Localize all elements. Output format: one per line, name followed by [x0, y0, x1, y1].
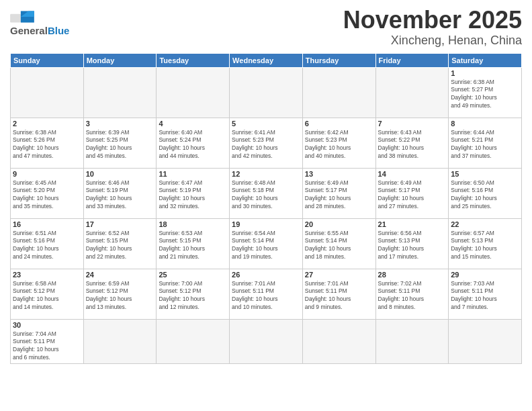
day-cell: 22Sunrise: 6:57 AM Sunset: 5:13 PM Dayli… — [449, 218, 522, 269]
week-row-6: 30Sunrise: 7:04 AM Sunset: 5:11 PM Dayli… — [11, 319, 522, 364]
day-cell — [11, 67, 84, 118]
day-info: Sunrise: 6:52 AM Sunset: 5:15 PM Dayligh… — [86, 230, 154, 262]
day-info: Sunrise: 6:54 AM Sunset: 5:14 PM Dayligh… — [232, 230, 300, 262]
week-row-4: 16Sunrise: 6:51 AM Sunset: 5:16 PM Dayli… — [11, 218, 522, 269]
day-info: Sunrise: 6:44 AM Sunset: 5:21 PM Dayligh… — [451, 129, 519, 161]
day-info: Sunrise: 6:42 AM Sunset: 5:23 PM Dayligh… — [305, 129, 373, 161]
day-number: 27 — [305, 271, 373, 279]
week-row-1: 1Sunrise: 6:38 AM Sunset: 5:27 PM Daylig… — [11, 67, 522, 118]
day-cell: 27Sunrise: 7:01 AM Sunset: 5:11 PM Dayli… — [302, 269, 375, 319]
day-info: Sunrise: 7:01 AM Sunset: 5:11 PM Dayligh… — [305, 280, 373, 312]
day-number: 15 — [451, 170, 519, 178]
day-cell: 9Sunrise: 6:45 AM Sunset: 5:20 PM Daylig… — [11, 168, 84, 218]
day-cell: 18Sunrise: 6:53 AM Sunset: 5:15 PM Dayli… — [157, 218, 230, 269]
day-cell — [157, 67, 230, 118]
title-area: November 2025 Xincheng, Henan, China — [343, 7, 522, 48]
day-number: 26 — [232, 271, 300, 279]
day-cell: 10Sunrise: 6:46 AM Sunset: 5:19 PM Dayli… — [83, 168, 157, 218]
day-cell: 25Sunrise: 7:00 AM Sunset: 5:12 PM Dayli… — [157, 269, 230, 319]
day-number: 14 — [378, 170, 447, 178]
day-number: 11 — [159, 170, 227, 178]
day-number: 6 — [305, 120, 373, 128]
day-cell: 2Sunrise: 6:38 AM Sunset: 5:26 PM Daylig… — [11, 118, 84, 168]
day-info: Sunrise: 6:38 AM Sunset: 5:27 PM Dayligh… — [451, 79, 519, 111]
day-info: Sunrise: 6:50 AM Sunset: 5:16 PM Dayligh… — [451, 179, 519, 212]
logo-text: GeneralBlue — [10, 25, 69, 36]
day-info: Sunrise: 6:58 AM Sunset: 5:12 PM Dayligh… — [13, 280, 81, 312]
day-cell: 20Sunrise: 6:55 AM Sunset: 5:14 PM Dayli… — [302, 218, 375, 269]
day-cell: 1Sunrise: 6:38 AM Sunset: 5:27 PM Daylig… — [449, 67, 522, 118]
day-info: Sunrise: 6:38 AM Sunset: 5:26 PM Dayligh… — [13, 129, 81, 161]
day-number: 16 — [13, 220, 81, 228]
day-info: Sunrise: 7:00 AM Sunset: 5:12 PM Dayligh… — [159, 280, 227, 312]
day-info: Sunrise: 6:53 AM Sunset: 5:15 PM Dayligh… — [159, 230, 227, 262]
day-cell: 16Sunrise: 6:51 AM Sunset: 5:16 PM Dayli… — [11, 218, 84, 269]
weekday-header-monday: Monday — [83, 53, 157, 67]
day-info: Sunrise: 6:59 AM Sunset: 5:12 PM Dayligh… — [86, 280, 154, 312]
svg-rect-0 — [10, 14, 21, 23]
day-cell: 6Sunrise: 6:42 AM Sunset: 5:23 PM Daylig… — [302, 118, 375, 168]
day-cell: 19Sunrise: 6:54 AM Sunset: 5:14 PM Dayli… — [230, 218, 303, 269]
day-cell: 7Sunrise: 6:43 AM Sunset: 5:22 PM Daylig… — [375, 118, 449, 168]
day-info: Sunrise: 7:01 AM Sunset: 5:11 PM Dayligh… — [232, 280, 300, 312]
day-cell: 23Sunrise: 6:58 AM Sunset: 5:12 PM Dayli… — [11, 269, 84, 319]
day-number: 2 — [13, 120, 81, 128]
logo-icon — [10, 10, 34, 24]
day-number: 1 — [451, 69, 519, 77]
weekday-header-sunday: Sunday — [11, 53, 84, 67]
calendar-page: GeneralBlue November 2025 Xincheng, Hena… — [0, 0, 532, 411]
month-title: November 2025 — [343, 7, 522, 34]
day-number: 8 — [451, 120, 519, 128]
day-info: Sunrise: 6:46 AM Sunset: 5:19 PM Dayligh… — [86, 179, 154, 212]
header: GeneralBlue November 2025 Xincheng, Hena… — [10, 7, 522, 48]
day-cell: 3Sunrise: 6:39 AM Sunset: 5:25 PM Daylig… — [83, 118, 157, 168]
day-number: 9 — [13, 170, 81, 178]
day-number: 17 — [86, 220, 154, 228]
logo-general: General — [10, 25, 48, 36]
day-cell: 13Sunrise: 6:49 AM Sunset: 5:17 PM Dayli… — [302, 168, 375, 218]
day-number: 4 — [159, 120, 227, 128]
day-info: Sunrise: 6:43 AM Sunset: 5:22 PM Dayligh… — [378, 129, 447, 161]
logo-blue: Blue — [48, 25, 70, 36]
day-info: Sunrise: 6:45 AM Sunset: 5:20 PM Dayligh… — [13, 179, 81, 212]
day-info: Sunrise: 6:47 AM Sunset: 5:19 PM Dayligh… — [159, 179, 227, 212]
day-cell — [302, 319, 375, 364]
day-number: 18 — [159, 220, 227, 228]
day-cell — [157, 319, 230, 364]
weekday-header-thursday: Thursday — [302, 53, 375, 67]
day-cell: 17Sunrise: 6:52 AM Sunset: 5:15 PM Dayli… — [83, 218, 157, 269]
day-info: Sunrise: 6:56 AM Sunset: 5:13 PM Dayligh… — [378, 230, 447, 262]
day-cell: 26Sunrise: 7:01 AM Sunset: 5:11 PM Dayli… — [230, 269, 303, 319]
day-cell — [83, 67, 157, 118]
day-info: Sunrise: 7:02 AM Sunset: 5:11 PM Dayligh… — [378, 280, 447, 312]
day-cell: 24Sunrise: 6:59 AM Sunset: 5:12 PM Dayli… — [83, 269, 157, 319]
weekday-header-tuesday: Tuesday — [157, 53, 230, 67]
day-number: 25 — [159, 271, 227, 279]
day-cell: 5Sunrise: 6:41 AM Sunset: 5:23 PM Daylig… — [230, 118, 303, 168]
day-number: 29 — [451, 271, 519, 279]
day-number: 7 — [378, 120, 447, 128]
day-cell — [230, 319, 303, 364]
day-number: 24 — [86, 271, 154, 279]
day-number: 28 — [378, 271, 447, 279]
day-cell — [375, 319, 449, 364]
weekday-header-saturday: Saturday — [449, 53, 522, 67]
day-cell: 12Sunrise: 6:48 AM Sunset: 5:18 PM Dayli… — [230, 168, 303, 218]
day-info: Sunrise: 7:03 AM Sunset: 5:11 PM Dayligh… — [451, 280, 519, 312]
week-row-2: 2Sunrise: 6:38 AM Sunset: 5:26 PM Daylig… — [11, 118, 522, 168]
day-info: Sunrise: 7:04 AM Sunset: 5:11 PM Dayligh… — [13, 330, 81, 363]
day-number: 12 — [232, 170, 300, 178]
day-number: 5 — [232, 120, 300, 128]
weekday-header-row: SundayMondayTuesdayWednesdayThursdayFrid… — [11, 53, 522, 67]
day-cell: 21Sunrise: 6:56 AM Sunset: 5:13 PM Dayli… — [375, 218, 449, 269]
day-cell: 30Sunrise: 7:04 AM Sunset: 5:11 PM Dayli… — [11, 319, 84, 364]
day-number: 20 — [305, 220, 373, 228]
day-info: Sunrise: 6:40 AM Sunset: 5:24 PM Dayligh… — [159, 129, 227, 161]
day-cell — [449, 319, 522, 364]
day-info: Sunrise: 6:39 AM Sunset: 5:25 PM Dayligh… — [86, 129, 154, 161]
day-cell — [230, 67, 303, 118]
day-cell — [375, 67, 449, 118]
day-cell: 28Sunrise: 7:02 AM Sunset: 5:11 PM Dayli… — [375, 269, 449, 319]
weekday-header-wednesday: Wednesday — [230, 53, 303, 67]
weekday-header-friday: Friday — [375, 53, 449, 67]
